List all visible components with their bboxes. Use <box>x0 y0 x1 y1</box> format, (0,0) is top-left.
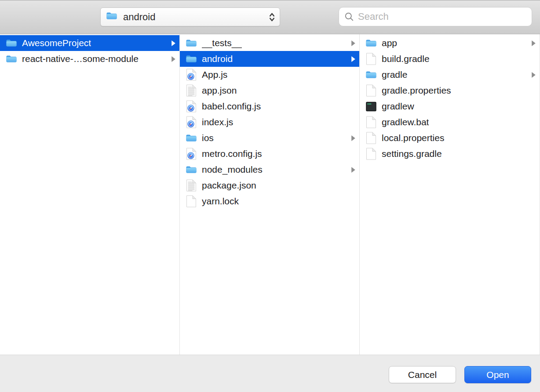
list-item[interactable]: settings.gradle <box>360 146 540 162</box>
disclosure-triangle-icon <box>171 40 177 47</box>
open-button[interactable]: Open <box>464 366 531 383</box>
list-item[interactable]: package.json <box>180 178 359 193</box>
file-name: __tests__ <box>202 38 242 48</box>
dialog-footer: Cancel Open <box>0 355 540 392</box>
list-item[interactable]: __tests__ <box>180 35 359 51</box>
file-name: local.properties <box>382 133 444 143</box>
list-item[interactable]: android <box>180 51 359 67</box>
search-icon <box>344 12 354 22</box>
column-current: __tests__androidApp.jsapp.jsonbabel.conf… <box>180 34 360 355</box>
file-name: babel.config.js <box>202 101 261 112</box>
file-name: build.gradle <box>382 54 430 64</box>
text-file-icon <box>185 84 197 97</box>
text-file-icon <box>185 179 197 192</box>
search-field[interactable] <box>339 7 532 26</box>
file-name: app.json <box>202 85 237 96</box>
file-name: ios <box>202 133 214 143</box>
disclosure-triangle-icon <box>531 72 537 78</box>
list-item[interactable]: local.properties <box>360 130 540 146</box>
folder-icon <box>365 36 377 50</box>
list-item[interactable]: build.gradle <box>360 51 540 67</box>
list-item[interactable]: App.js <box>180 67 359 83</box>
list-item[interactable]: app <box>360 35 540 51</box>
disclosure-triangle-icon <box>171 56 177 62</box>
disclosure-triangle-icon <box>531 40 537 47</box>
js-file-icon <box>185 116 197 129</box>
search-input[interactable] <box>358 11 526 22</box>
list-item[interactable]: metro.config.js <box>180 146 359 162</box>
folder-icon <box>185 52 197 65</box>
folder-icon <box>5 36 17 50</box>
exec-file-icon <box>365 100 377 113</box>
folder-icon <box>5 52 17 65</box>
file-name: index.js <box>202 117 233 127</box>
folder-icon <box>185 163 197 176</box>
folder-icon <box>106 11 117 23</box>
file-name: android <box>202 54 233 64</box>
file-name: settings.gradle <box>382 149 442 159</box>
file-name: app <box>382 38 397 48</box>
file-name: metro.config.js <box>202 149 262 159</box>
list-item[interactable]: node_modules <box>180 162 359 178</box>
file-name: gradlew <box>382 101 414 112</box>
file-browser: AwesomeProjectreact-native-…some-module … <box>0 34 540 355</box>
list-item[interactable]: react-native-…some-module <box>0 51 179 67</box>
list-item[interactable]: babel.config.js <box>180 98 359 114</box>
blank-file-icon <box>365 116 377 129</box>
disclosure-triangle-icon <box>351 56 357 62</box>
file-name: gradle <box>382 69 407 80</box>
cancel-button[interactable]: Cancel <box>389 366 456 383</box>
location-dropdown[interactable]: android <box>100 7 280 26</box>
file-name: node_modules <box>202 164 263 175</box>
js-file-icon <box>185 147 197 160</box>
js-file-icon <box>185 100 197 113</box>
column-parents: AwesomeProjectreact-native-…some-module <box>0 34 180 355</box>
list-item[interactable]: index.js <box>180 114 359 130</box>
list-item[interactable]: gradlew <box>360 98 540 114</box>
list-item[interactable]: gradle <box>360 67 540 83</box>
list-item[interactable]: yarn.lock <box>180 193 359 209</box>
blank-file-icon <box>365 84 377 97</box>
list-item[interactable]: ios <box>180 130 359 146</box>
file-name: react-native-…some-module <box>22 54 139 64</box>
file-name: AwesomeProject <box>22 38 91 48</box>
disclosure-triangle-icon <box>351 167 357 173</box>
blank-file-icon <box>365 147 377 160</box>
folder-icon <box>185 131 197 145</box>
file-name: yarn.lock <box>202 196 239 207</box>
list-item[interactable]: app.json <box>180 83 359 98</box>
blank-file-icon <box>185 195 197 208</box>
open-file-dialog: android AwesomeProjectreact-native-…some… <box>0 0 540 392</box>
js-file-icon <box>185 68 197 81</box>
toolbar: android <box>0 0 540 34</box>
disclosure-triangle-icon <box>351 40 357 47</box>
column-children: appbuild.gradlegradlegradle.propertiesgr… <box>360 34 540 355</box>
file-name: App.js <box>202 69 227 80</box>
blank-file-icon <box>365 131 377 145</box>
list-item[interactable]: gradlew.bat <box>360 114 540 130</box>
file-name: package.json <box>202 180 256 191</box>
location-dropdown-value: android <box>123 11 155 23</box>
blank-file-icon <box>365 52 377 65</box>
folder-icon <box>185 36 197 50</box>
chevron-up-down-icon <box>269 11 275 23</box>
folder-icon <box>365 68 377 81</box>
disclosure-triangle-icon <box>351 135 357 142</box>
file-name: gradle.properties <box>382 85 451 96</box>
file-name: gradlew.bat <box>382 117 429 127</box>
list-item[interactable]: AwesomeProject <box>0 35 179 51</box>
list-item[interactable]: gradle.properties <box>360 83 540 98</box>
